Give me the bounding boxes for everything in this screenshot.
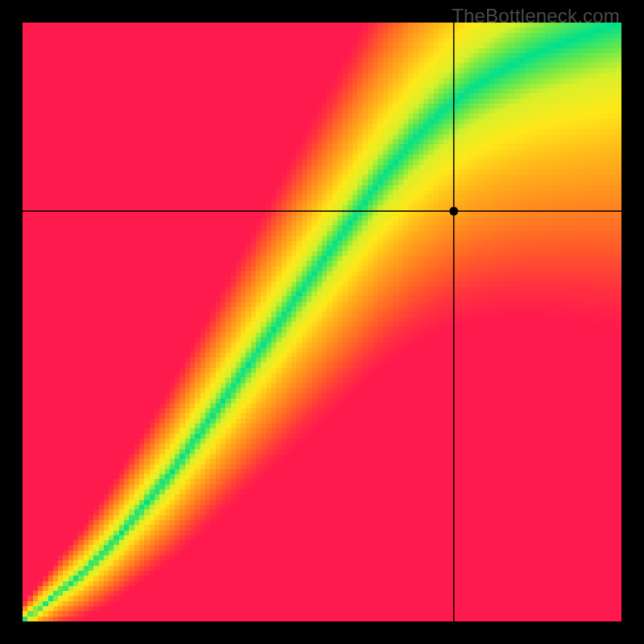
- watermark-label: TheBottleneck.com: [452, 5, 620, 27]
- chart-frame: TheBottleneck.com: [0, 0, 644, 644]
- heatmap-plot: [23, 23, 621, 621]
- heatmap-canvas: [23, 23, 621, 621]
